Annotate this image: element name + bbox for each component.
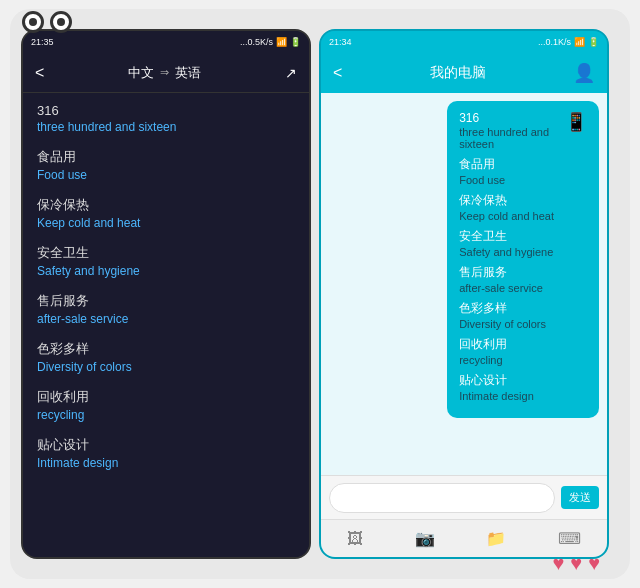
input-bar: 发送 (321, 475, 607, 519)
left-time: 21:35 (31, 37, 54, 47)
heart-2: ♥ (570, 552, 582, 575)
chat-item-1: 食品用 Food use (459, 156, 587, 186)
right-status-bar: 21:34 ...0.1K/s 📶 🔋 (321, 31, 607, 53)
en-text-5: Diversity of colors (37, 360, 295, 374)
left-back-button[interactable]: < (35, 64, 44, 82)
camera-icon[interactable]: 📷 (415, 529, 435, 548)
left-eye (22, 11, 44, 33)
en-text-3: Safety and hygiene (37, 264, 295, 278)
zh-text-2: 保冷保热 (37, 196, 295, 214)
en-text-4: after-sale service (37, 312, 295, 326)
profile-button[interactable]: 👤 (573, 62, 595, 84)
list-item: 保冷保热 Keep cold and heat (37, 196, 295, 230)
send-button[interactable]: 发送 (561, 486, 599, 509)
list-item: 316 three hundred and sixteen (37, 103, 295, 134)
outer-frame: 21:35 ...0.5K/s 📶 🔋 < 中文 ⇒ 英语 ↗ (10, 9, 630, 579)
right-status-icons: ...0.1K/s 📶 🔋 (538, 37, 599, 47)
chat-item-5: 色彩多样 Diversity of colors (459, 300, 587, 330)
right-signal-icon: 📶 (574, 37, 585, 47)
eyes-decoration (22, 11, 72, 33)
gallery-icon[interactable]: 🖼 (347, 530, 363, 548)
chat-item-4: 售后服务 after-sale service (459, 264, 587, 294)
left-lang-from: 中文 (128, 64, 154, 82)
right-time: 21:34 (329, 37, 352, 47)
zh-text-0: 316 (37, 103, 295, 118)
right-network: ...0.1K/s (538, 37, 571, 47)
zh-text-3: 安全卫生 (37, 244, 295, 262)
left-nav-title: 中文 ⇒ 英语 (128, 64, 201, 82)
left-content: 316 three hundred and sixteen 食品用 Food u… (23, 93, 309, 557)
list-item: 色彩多样 Diversity of colors (37, 340, 295, 374)
list-item: 回收利用 recycling (37, 388, 295, 422)
message-input[interactable] (329, 483, 555, 513)
zh-text-5: 色彩多样 (37, 340, 295, 358)
left-network: ...0.5K/s (240, 37, 273, 47)
phone-icon: 📱 (565, 111, 587, 133)
zh-text-1: 食品用 (37, 148, 295, 166)
left-status-bar: 21:35 ...0.5K/s 📶 🔋 (23, 31, 309, 53)
heart-1: ♥ (552, 552, 564, 575)
phone-right: 21:34 ...0.1K/s 📶 🔋 < 我的电脑 👤 📱 316 (319, 29, 609, 559)
en-text-2: Keep cold and heat (37, 216, 295, 230)
list-item: 贴心设计 Intimate design (37, 436, 295, 470)
chat-item-2: 保冷保热 Keep cold and heat (459, 192, 587, 222)
chat-bubble: 📱 316 three hundred and sixteen 食品用 Food… (447, 101, 599, 418)
zh-text-6: 回收利用 (37, 388, 295, 406)
right-pupil (57, 18, 65, 26)
keyboard-icon[interactable]: ⌨ (558, 529, 581, 548)
list-item: 食品用 Food use (37, 148, 295, 182)
en-text-7: Intimate design (37, 456, 295, 470)
translate-arrow-icon: ⇒ (160, 66, 169, 79)
en-text-1: Food use (37, 168, 295, 182)
right-nav-bar: < 我的电脑 👤 (321, 53, 607, 93)
zh-text-7: 贴心设计 (37, 436, 295, 454)
left-status-icons: ...0.5K/s 📶 🔋 (240, 37, 301, 47)
list-item: 安全卫生 Safety and hygiene (37, 244, 295, 278)
chat-item-7: 贴心设计 Intimate design (459, 372, 587, 402)
file-icon[interactable]: 📁 (486, 529, 506, 548)
heart-3: ♥ (588, 552, 600, 575)
en-text-6: recycling (37, 408, 295, 422)
en-text-0: three hundred and sixteen (37, 120, 295, 134)
phone-left: 21:35 ...0.5K/s 📶 🔋 < 中文 ⇒ 英语 ↗ (21, 29, 311, 559)
left-nav-bar: < 中文 ⇒ 英语 ↗ (23, 53, 309, 93)
left-battery-icon: 🔋 (290, 37, 301, 47)
right-eye (50, 11, 72, 33)
hearts-decoration: ♥ ♥ ♥ (552, 552, 600, 575)
left-signal-icon: 📶 (276, 37, 287, 47)
left-lang-to: 英语 (175, 64, 201, 82)
chat-item-3: 安全卫生 Safety and hygiene (459, 228, 587, 258)
chat-area: 📱 316 three hundred and sixteen 食品用 Food… (321, 93, 607, 475)
zh-text-4: 售后服务 (37, 292, 295, 310)
right-back-button[interactable]: < (333, 64, 342, 82)
right-battery-icon: 🔋 (588, 37, 599, 47)
chat-item-6: 回收利用 recycling (459, 336, 587, 366)
share-button[interactable]: ↗ (285, 65, 297, 81)
list-item: 售后服务 after-sale service (37, 292, 295, 326)
right-nav-title: 我的电脑 (430, 64, 486, 82)
phones-container: 21:35 ...0.5K/s 📶 🔋 < 中文 ⇒ 英语 ↗ (21, 29, 619, 559)
left-pupil (29, 18, 37, 26)
